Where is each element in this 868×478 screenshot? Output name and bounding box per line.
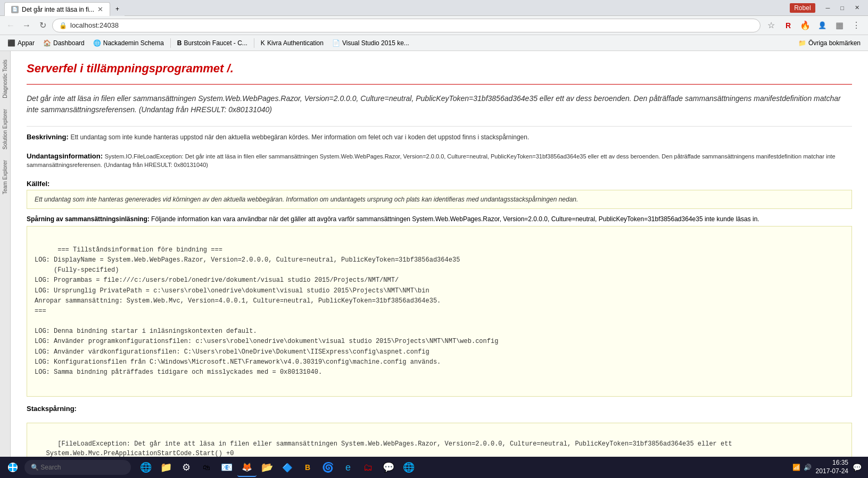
burstcoin-icon: B [177, 39, 182, 47]
schema-icon: 🌐 [93, 39, 101, 47]
address-bar-row: ← → ↻ 🔒 localhost:24038 ☆ R 🔥 👤 ▦ ⋮ [0, 16, 868, 35]
bookmark-kivra[interactable]: K Kivra Authentication [258, 38, 327, 48]
kivra-icon: K [261, 39, 265, 47]
taskbar-apps: 🌐 📁 ⚙ 🛍 📧 🦊 📂 🔷 B 🌀 e 🗂 💬 🌐 [136, 458, 791, 477]
sidebar-tab-team[interactable]: Team Explorer [1, 157, 10, 197]
sidebar-tab-solution[interactable]: Solution Explorer [1, 106, 10, 153]
sparing-label: Spårning av sammansättningsinläsning: Fö… [27, 215, 852, 223]
browser-body: Diagnostic Tools Solution Explorer Team … [0, 51, 868, 462]
page-title: Serverfel i tillämpningsprogrammet /. [27, 62, 852, 76]
tab-close-button[interactable]: ✕ [97, 5, 103, 13]
sidebar-tabs: Diagnostic Tools Solution Explorer Team … [0, 51, 11, 462]
tab-title: Det går inte att läsa in fi... [22, 6, 94, 13]
taskbar-vs[interactable]: 🔷 [278, 458, 297, 477]
address-bar[interactable]: 🔒 localhost:24038 [52, 19, 760, 32]
taskbar-skype[interactable]: 💬 [379, 458, 398, 477]
taskbar-settings[interactable]: ⚙ [177, 458, 196, 477]
bookmark-schema[interactable]: 🌐 Nackademin Schema [90, 38, 167, 48]
taskbar-edge[interactable]: 🌐 [136, 458, 155, 477]
taskbar-time[interactable]: 16:35 2017-07-24 [816, 459, 848, 475]
bookmark-vs-label: Visual Studio 2015 ke... [342, 39, 409, 47]
network-icon: 📶 [792, 464, 800, 471]
clock-time: 16:35 [816, 459, 848, 467]
taskbar-app1[interactable]: 🌀 [318, 458, 337, 477]
title-separator [27, 84, 852, 85]
user-label: Robel [790, 3, 815, 13]
reload-button[interactable]: ↻ [36, 19, 49, 32]
vs-icon: 📄 [332, 39, 340, 47]
taskbar-file-explorer[interactable]: 📁 [156, 458, 176, 477]
bookmarks-bar: ⬛ Appar 🏠 Dashboard 🌐 Nackademin Schema … [0, 35, 868, 51]
other-bookmarks[interactable]: 📁 Övriga bokmärken [795, 38, 864, 48]
section-sep-1 [27, 126, 852, 127]
taskbar-chrome[interactable]: 🌐 [399, 458, 418, 477]
extension-icon-2[interactable]: 🔥 [798, 18, 813, 33]
folder-icon: 📁 [798, 39, 806, 47]
page-content: Serverfel i tillämpningsprogrammet /. De… [11, 51, 868, 462]
taskbar-folder[interactable]: 📂 [258, 458, 277, 477]
clock-date: 2017-07-24 [816, 467, 848, 476]
dashboard-icon: 🏠 [43, 39, 51, 47]
extension-icon-4[interactable]: ▦ [832, 18, 847, 33]
assembly-trace-box: === Tillståndsinformation före bindning … [27, 226, 852, 397]
notification-icon[interactable]: 💬 [853, 463, 862, 472]
extension-icon-1[interactable]: R [781, 18, 796, 33]
beskrivning-label: Beskrivning: Ett undantag som inte kunde… [27, 133, 852, 142]
taskbar-burst[interactable]: B [298, 458, 317, 477]
kallfel-box: Ett undantag som inte hanteras genererad… [27, 190, 852, 209]
extension-icon-3[interactable]: 👤 [815, 18, 830, 33]
forward-button[interactable]: → [20, 19, 33, 32]
bookmark-appar[interactable]: ⬛ Appar [4, 38, 38, 48]
stack-trace-box: [FileLoadException: Det går inte att läs… [27, 423, 852, 462]
bookmark-burstcoin[interactable]: B Burstcoin Faucet - C... [174, 38, 251, 48]
bookmark-dashboard[interactable]: 🏠 Dashboard [40, 38, 88, 48]
taskbar-right: 📶 🔊 16:35 2017-07-24 💬 [792, 459, 866, 475]
kallfel-content: Ett undantag som inte hanteras genererad… [35, 196, 578, 203]
taskbar-mail[interactable]: 📧 [217, 458, 236, 477]
bookmark-separator-2 [254, 38, 254, 48]
bookmark-appar-label: Appar [18, 39, 35, 47]
kallfel-label: Källfel: [27, 180, 852, 188]
windows-icon [8, 463, 18, 472]
undantag-label: Undantagsinformation: System.IO.FileLoad… [27, 152, 852, 170]
tab-favicon: 📄 [11, 6, 19, 13]
error-description: Det går inte att läsa in filen eller sam… [27, 93, 852, 115]
bookmark-kivra-label: Kivra Authentication [267, 39, 324, 47]
stack-trace-content: [FileLoadException: Det går inte att läs… [35, 440, 732, 457]
undantag-text: System.IO.FileLoadException: Det går int… [27, 153, 836, 168]
address-text: localhost:24038 [70, 21, 119, 29]
window-controls: Robel ─ □ ✕ [790, 3, 864, 13]
appar-icon: ⬛ [7, 39, 15, 47]
assembly-trace-content: === Tillståndsinformation före bindning … [35, 246, 498, 376]
taskbar-search-input[interactable] [24, 460, 131, 475]
minimize-button[interactable]: ─ [822, 4, 834, 12]
taskbar: 🌐 📁 ⚙ 🛍 📧 🦊 📂 🔷 B 🌀 e 🗂 💬 🌐 📶 🔊 16:35 20… [0, 457, 868, 478]
menu-button[interactable]: ⋮ [849, 18, 864, 33]
taskbar-ie[interactable]: e [338, 458, 358, 477]
lock-icon: 🔒 [59, 22, 67, 29]
beskrivning-text: Ett undantag som inte kunde hanteras upp… [70, 133, 529, 141]
sound-icon: 🔊 [804, 464, 812, 471]
maximize-button[interactable]: □ [836, 4, 848, 12]
bookmark-vs[interactable]: 📄 Visual Studio 2015 ke... [329, 38, 412, 48]
active-tab[interactable]: 📄 Det går inte att läsa in fi... ✕ [4, 2, 110, 16]
bookmark-separator [170, 38, 171, 48]
taskbar-firefox[interactable]: 🦊 [237, 458, 257, 477]
taskbar-filezilla[interactable]: 🗂 [359, 458, 378, 477]
other-bookmarks-label: Övriga bokmärken [808, 39, 861, 47]
title-bar: 📄 Det går inte att läsa in fi... ✕ + Rob… [0, 0, 868, 16]
back-button[interactable]: ← [4, 19, 17, 32]
sidebar-tab-diagnostic[interactable]: Diagnostic Tools [1, 56, 10, 102]
browser-action-icons: ☆ R 🔥 👤 ▦ ⋮ [764, 18, 864, 33]
start-button[interactable] [2, 458, 23, 477]
tab-bar: 📄 Det går inte att läsa in fi... ✕ + [4, 0, 125, 15]
stack-label: Stackspårning: [27, 405, 852, 413]
close-button[interactable]: ✕ [850, 3, 864, 12]
bookmark-dashboard-label: Dashboard [53, 39, 85, 47]
taskbar-store[interactable]: 🛍 [197, 458, 216, 477]
sparing-text: Följande information kan vara användbar … [151, 215, 759, 223]
taskbar-system-icons: 📶 🔊 [792, 464, 812, 471]
bookmark-star-icon[interactable]: ☆ [764, 18, 779, 33]
new-tab-button[interactable]: + [110, 2, 125, 16]
bookmark-burstcoin-label: Burstcoin Faucet - C... [184, 39, 247, 47]
